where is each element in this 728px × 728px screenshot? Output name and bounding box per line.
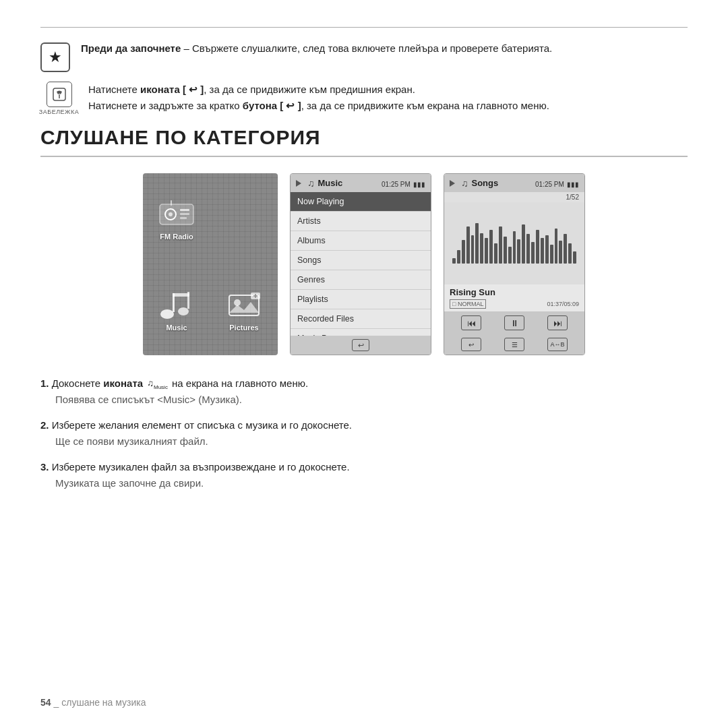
inline-music-icon: ♫Music — [147, 377, 168, 392]
waveform — [450, 223, 579, 264]
pictures-label: Pictures — [229, 324, 258, 332]
song-time: 01:37/05:09 — [547, 301, 579, 307]
right-header-left: ♫ Songs — [450, 178, 498, 189]
menu-list: Now Playing Artists Albums Songs Genres … — [291, 192, 431, 336]
music-note-icon: ♫ — [307, 178, 315, 189]
svg-rect-8 — [171, 200, 172, 206]
menu-item-songs[interactable]: Songs — [291, 251, 431, 270]
device-mid-header: ♫ Music 01:25 PM ▮▮▮ — [291, 174, 431, 192]
instruction-1-sub: Появява се списъкът <Music> (Музика). — [55, 392, 688, 408]
menu-item-now-playing[interactable]: Now Playing — [291, 192, 431, 212]
before-start-text: Преди да започнете – Свържете слушалките… — [81, 41, 552, 57]
instruction-3: 3. Изберете музикален файл за възпроизве… — [40, 459, 688, 491]
device-right-header: ♫ Songs 01:25 PM ▮▮▮ — [444, 174, 584, 192]
menu-item-recorded-files[interactable]: Recorded Files — [291, 309, 431, 329]
menu-cell-fm: FM Radio — [143, 173, 210, 264]
page: ★ Преди да започнете – Свържете слушалки… — [0, 0, 728, 728]
back-button-right[interactable]: ↩ — [461, 338, 481, 351]
note-text: Натиснете иконата [ ↩ ], за да се придви… — [88, 82, 549, 114]
right-battery: ▮▮▮ — [567, 181, 579, 188]
waveform-area — [444, 202, 584, 284]
devices-row: FM Radio Music — [40, 173, 688, 355]
note-block: ЗАБЕЛЕЖКА Натиснете иконата [ ↩ ], за да… — [40, 82, 688, 115]
note-icon-wrap: ЗАБЕЛЕЖКА — [40, 82, 78, 115]
song-mode: □ NORMAL — [450, 299, 486, 309]
player-controls: ⏮ ⏸ ⏭ — [444, 311, 584, 334]
fm-radio-icon — [156, 198, 197, 230]
svg-point-10 — [178, 307, 189, 315]
mid-battery: ▮▮▮ — [413, 181, 425, 188]
device-mid: ♫ Music 01:25 PM ▮▮▮ Now Playing Artists… — [290, 173, 431, 355]
svg-rect-7 — [180, 217, 187, 219]
music-label: Music — [166, 324, 187, 332]
play-icon — [296, 180, 301, 187]
next-button[interactable]: ⏭ — [547, 315, 568, 330]
instruction-2-sub: Ще се появи музикалният файл. — [55, 433, 688, 450]
page-number: 54 — [40, 697, 51, 708]
star-icon: ★ — [40, 42, 70, 72]
menu-cell-pictures: Pictures — [210, 264, 278, 355]
prev-button[interactable]: ⏮ — [461, 315, 481, 330]
device-right: ♫ Songs 01:25 PM ▮▮▮ 1/52 Rising Sun □ N… — [444, 173, 585, 355]
music-icon — [156, 289, 197, 321]
menu-item-artists[interactable]: Artists — [291, 212, 431, 231]
right-header-right: 01:25 PM ▮▮▮ — [535, 177, 579, 189]
instruction-2: 2. Изберете желания елемент от списъка с… — [40, 417, 688, 450]
song-title: Rising Sun — [450, 287, 579, 297]
menu-item-playlists[interactable]: Playlists — [291, 290, 431, 309]
note-label: ЗАБЕЛЕЖКА — [39, 109, 79, 115]
mid-title: Music — [318, 178, 343, 188]
menu-cell-music: Music — [143, 264, 210, 355]
song-info: Rising Sun □ NORMAL 01:37/05:09 — [444, 284, 584, 311]
song-meta: □ NORMAL 01:37/05:09 — [450, 299, 579, 309]
device-left: FM Radio Music — [143, 173, 278, 355]
svg-point-4 — [169, 212, 173, 216]
song-count: 1/52 — [444, 192, 584, 202]
back-button-mid[interactable]: ↩ — [352, 339, 369, 351]
footer-text: _ слушане на музика — [54, 697, 146, 708]
menu-item-albums[interactable]: Albums — [291, 231, 431, 251]
svg-rect-6 — [180, 213, 189, 215]
before-start-notice: ★ Преди да започнете – Свържете слушалки… — [40, 41, 688, 72]
header-left: ♫ Music — [296, 178, 342, 189]
svg-rect-5 — [180, 209, 189, 211]
menu-cell-empty — [210, 173, 278, 264]
right-title: Songs — [472, 178, 499, 188]
header-right: 01:25 PM ▮▮▮ — [382, 177, 425, 189]
device-mid-footer: ↩ — [291, 336, 431, 355]
pause-button[interactable]: ⏸ — [504, 315, 524, 330]
pictures-icon — [224, 289, 264, 321]
right-play-icon — [450, 180, 455, 187]
menu-button[interactable]: ☰ — [504, 338, 524, 351]
note-icon — [47, 82, 72, 107]
menu-item-music-browser[interactable]: Music Browser — [291, 329, 431, 336]
right-time: 01:25 PM — [535, 181, 564, 188]
right-music-note-icon: ♫ — [461, 178, 468, 189]
menu-item-genres[interactable]: Genres — [291, 270, 431, 290]
fm-label: FM Radio — [160, 233, 193, 241]
mid-time: 01:25 PM — [382, 181, 411, 188]
page-footer: 54_ слушане на музика — [40, 697, 146, 708]
section-heading: СЛУШАНЕ ПО КАТЕГОРИЯ — [40, 126, 688, 157]
instruction-3-sub: Музиката ще започне да свири. — [55, 475, 688, 491]
svg-rect-13 — [173, 293, 189, 297]
instructions: 1. Докоснете иконата ♫Music на екрана на… — [40, 375, 688, 491]
player-bottom: ↩ ☰ A↔B — [444, 334, 584, 355]
instruction-1: 1. Докоснете иконата ♫Music на екрана на… — [40, 375, 688, 408]
top-rule — [40, 27, 688, 28]
svg-point-9 — [160, 309, 174, 319]
ab-button[interactable]: A↔B — [547, 338, 568, 351]
